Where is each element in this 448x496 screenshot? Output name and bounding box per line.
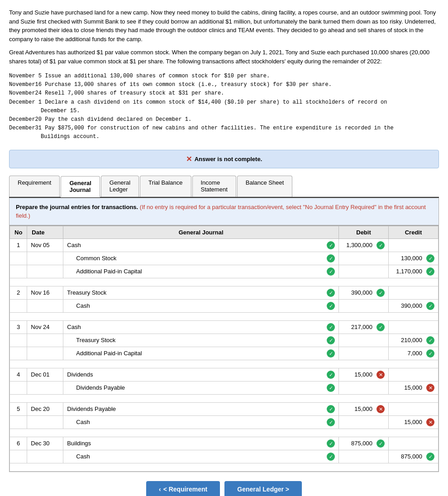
entry-debit: 390,000 ✓: [339, 286, 389, 299]
instruction-box: Prepare the journal entries for transact…: [9, 198, 439, 225]
entry-credit: 390,000 ✓: [389, 299, 438, 312]
entry-account: Dividends ✓: [63, 368, 339, 381]
entry-no: 6: [10, 437, 27, 450]
entry-debit: 875,000 ✓: [339, 437, 389, 450]
header-date: Date: [27, 226, 63, 238]
entry-no: 2: [10, 286, 27, 299]
table-row: Cash ✓ 15,000 ✕: [10, 415, 438, 429]
table-row: 5 Dec 20 Dividends Payable ✓ 15,000 ✕: [10, 402, 438, 415]
tab-general-ledger[interactable]: GeneralLedger: [101, 176, 139, 197]
tab-requirement[interactable]: Requirement: [9, 176, 60, 197]
intro-paragraph-2: Great Adventures has authorized $1 par v…: [9, 48, 439, 66]
tab-trial-balance[interactable]: Trial Balance: [140, 176, 191, 197]
entry-credit: 7,000 ✓: [389, 347, 438, 360]
check-icon-green: ✓: [327, 349, 335, 358]
entry-no: 5: [10, 402, 27, 415]
check-icon-green: ✓: [426, 302, 434, 310]
entry-credit: [389, 238, 438, 252]
entry-account: Treasury Stock ✓: [63, 334, 339, 347]
entry-credit: 130,000 ✓: [389, 252, 438, 265]
entry-date: Nov 24: [27, 320, 63, 334]
entry-credit: 210,000 ✓: [389, 334, 438, 347]
entry-account: Common Stock ✓: [63, 252, 339, 265]
spacer-row: [10, 463, 438, 471]
check-icon-green: ✓: [327, 405, 335, 413]
check-icon-green: ✓: [426, 349, 434, 358]
table-row: 3 Nov 24 Cash ✓ 217,000 ✓: [10, 320, 438, 334]
entry-credit: 15,000 ✕: [389, 415, 438, 429]
table-row: 4 Dec 01 Dividends ✓ 15,000 ✕: [10, 368, 438, 381]
entry-account: Cash ✓: [63, 320, 339, 334]
check-icon-green: ✓: [327, 336, 335, 344]
entry-date: Dec 01: [27, 368, 63, 381]
check-icon-green: ✓: [377, 439, 385, 448]
header-no: No: [10, 226, 27, 238]
tab-income-statement[interactable]: IncomeStatement: [192, 176, 236, 197]
transaction-1: November 5 Issue an additional 130,000 s…: [9, 72, 439, 81]
check-icon-green: ✓: [327, 254, 335, 262]
transaction-5: December20 Pay the cash dividend declare…: [9, 115, 439, 124]
header-debit: Debit: [339, 226, 389, 238]
entry-account: Dividends Payable ✓: [63, 402, 339, 415]
entry-account: Additional Paid-in Capital ✓: [63, 265, 339, 278]
check-icon-green: ✓: [426, 267, 434, 276]
entry-no: 1: [10, 238, 27, 252]
journal-table-container: No Date General Journal Debit Credit 1 N…: [9, 225, 439, 472]
transaction-4b: December 15.: [9, 107, 439, 115]
tab-general-journal[interactable]: GeneralJournal: [61, 176, 100, 197]
entry-account: Cash ✓: [63, 415, 339, 429]
table-row: 1 Nov 05 Cash ✓ 1,300,000 ✓: [10, 238, 438, 252]
tab-requirement-label: Requirement: [18, 179, 51, 186]
intro-paragraph-1: Tony and Suzie have purchased land for a…: [9, 8, 439, 43]
next-button[interactable]: General Ledger >: [224, 481, 302, 496]
tab-income-statement-label: IncomeStatement: [201, 179, 228, 193]
check-icon-green: ✓: [426, 453, 434, 461]
spacer-row: [10, 429, 438, 437]
entry-account: Treasury Stock ✓: [63, 286, 339, 299]
transaction-4: December 1 Declare a cash dividend on it…: [9, 98, 439, 107]
entry-debit: 1,300,000 ✓: [339, 238, 389, 252]
check-icon-red: ✕: [426, 418, 434, 426]
entry-account: Additional Paid-in Capital ✓: [63, 347, 339, 360]
check-icon-green: ✓: [327, 371, 335, 379]
check-icon-green: ✓: [377, 289, 385, 297]
check-icon-green: ✓: [327, 453, 335, 461]
alert-icon: ✕: [186, 155, 192, 163]
tabs-container: Requirement GeneralJournal GeneralLedger…: [9, 176, 439, 198]
spacer-row: [10, 394, 438, 402]
transaction-2: November16 Purchase 13,000 shares of its…: [9, 81, 439, 89]
transaction-6: December31 Pay $875,000 for construction…: [9, 124, 439, 133]
table-row: Cash ✓ 390,000 ✓: [10, 299, 438, 312]
entry-debit: 15,000 ✕: [339, 402, 389, 415]
table-row: Treasury Stock ✓ 210,000 ✓: [10, 334, 438, 347]
table-row: Dividends Payable ✓ 15,000 ✕: [10, 381, 438, 394]
check-icon-green: ✓: [327, 323, 335, 331]
entry-account: Cash ✓: [63, 450, 339, 463]
transactions-block: November 5 Issue an additional 130,000 s…: [9, 72, 439, 142]
check-icon-red: ✕: [377, 405, 385, 413]
entry-account: Cash ✓: [63, 299, 339, 312]
transaction-6b: Buildings account.: [9, 133, 439, 141]
header-general-journal: General Journal: [63, 226, 339, 238]
entry-debit: 15,000 ✕: [339, 368, 389, 381]
entry-credit: 15,000 ✕: [389, 381, 438, 394]
table-row: 2 Nov 16 Treasury Stock ✓ 390,000 ✓: [10, 286, 438, 299]
alert-text: Answer is not complete.: [195, 156, 262, 162]
check-icon-red: ✕: [377, 371, 385, 379]
tab-balance-sheet-label: Balance Sheet: [246, 179, 284, 186]
entry-date: Nov 16: [27, 286, 63, 299]
prev-button[interactable]: ‹ < Requirement: [146, 481, 220, 496]
tab-balance-sheet[interactable]: Balance Sheet: [237, 176, 293, 197]
entry-account: Buildings ✓: [63, 437, 339, 450]
table-row: Additional Paid-in Capital ✓ 7,000 ✓: [10, 347, 438, 360]
entry-date: Nov 05: [27, 238, 63, 252]
entry-account: Dividends Payable ✓: [63, 381, 339, 394]
header-credit: Credit: [389, 226, 438, 238]
table-row: Common Stock ✓ 130,000 ✓: [10, 252, 438, 265]
check-icon-green: ✓: [327, 302, 335, 310]
tab-general-ledger-label: GeneralLedger: [110, 179, 130, 193]
intro-section: Tony and Suzie have purchased land for a…: [9, 8, 439, 66]
entry-date: Dec 30: [27, 437, 63, 450]
check-icon-green: ✓: [327, 384, 335, 392]
table-row: Cash ✓ 875,000 ✓: [10, 450, 438, 463]
